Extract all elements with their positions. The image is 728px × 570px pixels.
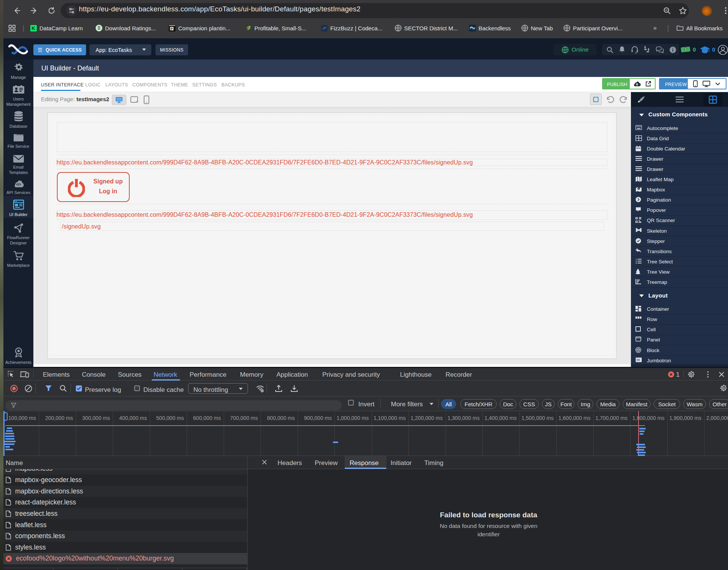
svg-text:P: P [171, 27, 173, 31]
